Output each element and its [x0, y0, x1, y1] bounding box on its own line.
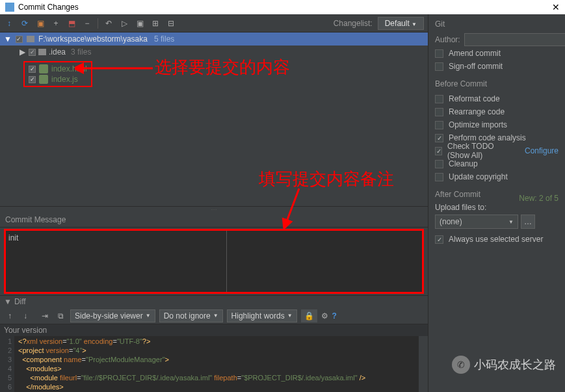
splitter-grip[interactable]: ···· [0, 206, 428, 213]
copyright-label: Update copyright [449, 172, 508, 181]
right-panel: Git Author: Amend commit Sign-off commit… [428, 14, 565, 392]
group-icon[interactable]: ▣ [135, 18, 145, 29]
annotation-box-commit [4, 229, 424, 294]
jump-icon[interactable]: ⇥ [39, 310, 51, 322]
prev-diff-icon[interactable]: ↑ [4, 310, 16, 322]
tree-root[interactable]: ▼ ✓ F:\workspace\webstorm\yasaka 5 files [0, 33, 428, 46]
file-icon [39, 75, 48, 84]
refresh-icon[interactable]: ⟳ [20, 18, 30, 29]
changelist-label: Changelist: [334, 19, 373, 28]
folder-name: .idea [49, 47, 66, 57]
folder-count: 3 files [71, 47, 91, 57]
folder-checkbox[interactable]: ✓ [29, 49, 36, 56]
file-icon [39, 64, 48, 73]
file-row[interactable]: ✓ index.js [29, 74, 87, 85]
separator [98, 18, 98, 29]
author-input[interactable] [464, 33, 565, 46]
optimize-label: Optimize imports [449, 120, 507, 129]
help-icon[interactable]: ? [332, 311, 337, 320]
folder-icon [27, 36, 34, 42]
scrollbar[interactable] [419, 336, 428, 392]
tree-folder-idea[interactable]: ▶ ✓ .idea 3 files [20, 47, 428, 57]
new-count: New: 2 of 5 [519, 194, 558, 203]
gutter: 123456 [0, 336, 14, 392]
diff-toolbar: ↑ ↓ ⇥ ⧉ Side-by-side viewer▼ Do not igno… [0, 307, 428, 324]
cleanup-checkbox[interactable] [435, 160, 443, 168]
rearrange-checkbox[interactable] [435, 108, 443, 116]
show-diff-icon[interactable]: ↕ [4, 18, 14, 29]
highlight-select[interactable]: Highlight words▼ [227, 309, 297, 322]
revert-icon[interactable]: ↶ [103, 18, 114, 29]
compare-icon[interactable]: ⧉ [55, 310, 66, 322]
signoff-label: Sign-off commit [449, 62, 503, 71]
collapse-icon[interactable]: ⊟ [166, 18, 176, 29]
move-icon[interactable]: ▷ [119, 18, 129, 29]
window-title: Commit Changes [18, 3, 79, 12]
ignore-select[interactable]: Do not ignore▼ [159, 309, 223, 322]
file-row[interactable]: ✓ index.html [29, 64, 87, 74]
close-icon[interactable]: ✕ [552, 2, 560, 12]
source[interactable]: <?xml version="1.0" encoding="UTF-8"?> <… [14, 336, 419, 392]
author-label: Author: [435, 35, 460, 44]
upload-browse-button[interactable]: … [521, 215, 535, 229]
remove-icon[interactable]: − [82, 18, 92, 29]
reformat-checkbox[interactable] [435, 95, 443, 103]
commit-message-input[interactable] [8, 233, 224, 289]
next-diff-icon[interactable]: ↓ [20, 310, 31, 322]
expand-tri-icon[interactable]: ▼ [4, 297, 12, 306]
diff-header[interactable]: ▼ Diff [0, 295, 428, 307]
file-name: index.html [51, 64, 87, 73]
delete-icon[interactable]: ⬒ [66, 18, 77, 29]
amend-checkbox[interactable] [435, 49, 443, 58]
expand-tri-icon[interactable]: ▶ [20, 47, 26, 57]
expand-tri-icon[interactable]: ▼ [4, 34, 12, 44]
todo-label: Check TODO (Show All) [447, 142, 517, 160]
file-checkbox[interactable]: ✓ [29, 76, 36, 83]
analysis-checkbox[interactable] [435, 134, 443, 142]
rearrange-label: Rearrange code [449, 107, 505, 116]
changelist-dropdown[interactable]: Default ▼ [378, 17, 424, 30]
folder-icon [38, 49, 46, 55]
always-server-label: Always use selected server [449, 235, 543, 244]
todo-checkbox[interactable] [435, 147, 442, 155]
root-checkbox[interactable]: ✓ [16, 36, 23, 43]
watermark-text: 小码农成长之路 [474, 357, 556, 372]
your-version-label: Your version [0, 324, 428, 336]
annotation-box-files: ✓ index.html ✓ index.js [23, 61, 92, 87]
copyright-checkbox[interactable] [435, 173, 443, 181]
diff-label: Diff [14, 297, 26, 306]
file-name: index.js [51, 75, 78, 84]
changelist-icon[interactable]: ▣ [35, 18, 46, 29]
lock-icon[interactable]: 🔒 [301, 309, 317, 322]
amend-label: Amend commit [449, 49, 501, 58]
upload-label: Upload files to: [435, 203, 558, 212]
reformat-label: Reformat code [449, 94, 500, 103]
cleanup-label: Cleanup [449, 159, 478, 168]
always-server-checkbox[interactable] [435, 235, 443, 244]
root-path: F:\workspace\webstorm\yasaka [38, 34, 148, 44]
titlebar: Commit Changes ✕ [0, 0, 565, 14]
optimize-checkbox[interactable] [435, 121, 443, 129]
add-icon[interactable]: + [51, 18, 61, 29]
commit-message-label: Commit Message [0, 213, 428, 228]
commit-preview [227, 231, 422, 292]
upload-select[interactable]: (none)▼ [435, 215, 518, 229]
root-count: 5 files [154, 34, 174, 44]
file-checkbox[interactable]: ✓ [29, 66, 36, 73]
toolbar: ↕ ⟳ ▣ + ⬒ − ↶ ▷ ▣ ⊞ ⊟ Changelist: Defaul… [0, 14, 428, 33]
app-icon [5, 3, 14, 12]
analysis-label: Perform code analysis [449, 133, 526, 142]
git-section: Git [435, 20, 558, 29]
signoff-checkbox[interactable] [435, 62, 443, 71]
tree-blank-area [0, 87, 428, 206]
watermark: ✆ 小码农成长之路 [452, 356, 556, 374]
code-editor[interactable]: 123456 <?xml version="1.0" encoding="UTF… [0, 336, 428, 392]
before-commit-section: Before Commit [435, 79, 558, 88]
wechat-icon: ✆ [452, 356, 470, 374]
configure-link[interactable]: Configure [525, 146, 558, 155]
expand-icon[interactable]: ⊞ [150, 18, 161, 29]
viewer-select[interactable]: Side-by-side viewer▼ [70, 309, 155, 322]
gear-icon[interactable]: ⚙ [321, 311, 328, 320]
